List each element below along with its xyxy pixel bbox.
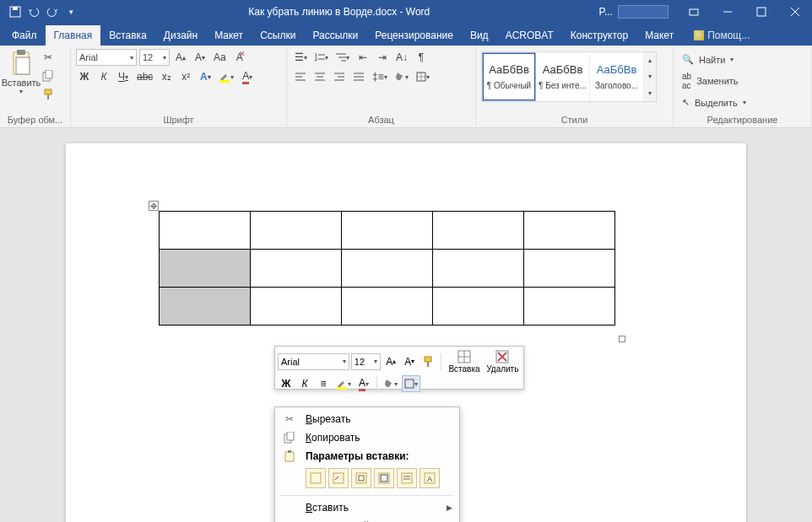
mini-shrink-font-icon[interactable]: A▾ xyxy=(401,353,418,370)
tab-insert[interactable]: Вставка xyxy=(100,25,155,46)
indent-left-icon[interactable]: ⇤ xyxy=(355,49,371,66)
change-case-icon[interactable]: Aa xyxy=(211,49,229,66)
mini-italic-button[interactable]: К xyxy=(296,375,313,392)
font-size-combo[interactable]: 12▾ xyxy=(139,49,170,66)
style-gallery[interactable]: АаБбВв¶ Обычный АаБбВв¶ Без инте... АаБб… xyxy=(481,51,657,102)
tab-home[interactable]: Главная xyxy=(46,25,101,46)
ribbon-options-icon[interactable] xyxy=(677,0,711,24)
redo-icon[interactable] xyxy=(44,3,61,20)
user-avatar-box xyxy=(618,5,669,19)
tab-layout[interactable]: Макет xyxy=(206,25,252,46)
paste-opt-2[interactable] xyxy=(328,468,349,488)
underline-button[interactable]: Ч▾ xyxy=(115,68,132,85)
minimize-icon[interactable] xyxy=(711,0,744,24)
style-heading1[interactable]: АаБбВвЗаголово... xyxy=(590,52,644,101)
ctx-delete-cells[interactable]: Удалить ячейки... xyxy=(275,517,459,522)
align-left-icon[interactable] xyxy=(292,68,309,85)
mini-highlight-icon[interactable]: ▾ xyxy=(333,375,354,392)
mini-font-combo[interactable]: Arial▾ xyxy=(278,353,349,370)
format-painter-icon[interactable] xyxy=(40,86,57,103)
tab-acrobat[interactable]: ACROBAT xyxy=(497,25,562,46)
title-bar: ▾ Как убрать линию в Ворде.docx - Word P… xyxy=(0,0,812,24)
user-chip[interactable]: P... xyxy=(599,5,669,19)
document-table[interactable] xyxy=(159,211,615,326)
save-icon[interactable] xyxy=(7,3,24,20)
paste-opt-6[interactable]: A xyxy=(420,468,440,488)
tab-review[interactable]: Рецензирование xyxy=(366,25,462,46)
copy-icon[interactable] xyxy=(40,67,57,84)
clear-format-icon[interactable]: A✕ xyxy=(231,49,248,66)
select-button[interactable]: ↖Выделить▾ xyxy=(679,95,806,110)
style-normal[interactable]: АаБбВв¶ Обычный xyxy=(482,52,536,101)
italic-button[interactable]: К xyxy=(95,68,112,85)
font-color-icon[interactable]: A▾ xyxy=(239,68,256,85)
table-resize-handle-icon[interactable] xyxy=(619,336,625,342)
cut-icon[interactable]: ✂ xyxy=(40,49,57,66)
tab-references[interactable]: Ссылки xyxy=(252,25,304,46)
line-spacing-icon[interactable]: ‡≡▾ xyxy=(370,68,390,85)
qat-more-icon[interactable]: ▾ xyxy=(62,3,79,20)
mini-insert-button[interactable]: Вставка xyxy=(446,349,482,374)
undo-icon[interactable] xyxy=(25,3,42,20)
replace-button[interactable]: abacЗаменить xyxy=(679,70,806,92)
strike-button[interactable]: abc xyxy=(134,68,155,85)
ribbon-tabs: Файл Главная Вставка Дизайн Макет Ссылки… xyxy=(0,24,812,46)
mini-shading-icon[interactable]: ▾ xyxy=(382,375,400,392)
paste-opt-1[interactable] xyxy=(306,468,326,488)
close-icon[interactable] xyxy=(778,0,812,24)
find-button[interactable]: 🔍Найти▾ xyxy=(679,52,806,67)
mini-size-combo[interactable]: 12▾ xyxy=(351,353,382,370)
maximize-icon[interactable] xyxy=(744,0,778,24)
lightbulb-icon xyxy=(694,30,704,40)
svg-rect-11 xyxy=(46,70,52,78)
paste-button[interactable]: Вставить ▾ xyxy=(5,49,37,95)
tab-view[interactable]: Вид xyxy=(462,25,497,46)
sort-icon[interactable]: A↓ xyxy=(393,49,410,66)
paste-opt-4[interactable] xyxy=(374,468,394,488)
font-size-value: 12 xyxy=(143,52,153,62)
tab-layout2[interactable]: Макет xyxy=(636,25,682,46)
highlight-icon[interactable]: ▾ xyxy=(216,68,236,85)
multilevel-icon[interactable]: ▾ xyxy=(333,49,352,66)
text-effects-icon[interactable]: A▾ xyxy=(197,68,214,85)
tab-mailings[interactable]: Рассылки xyxy=(304,25,366,46)
mini-delete-button[interactable]: Удалить xyxy=(484,349,521,374)
mini-font-color-icon[interactable]: A▾ xyxy=(355,375,372,392)
tell-me[interactable]: Помощ... xyxy=(685,25,758,46)
context-menu: ✂Вырезать Копировать Параметры вставки: … xyxy=(274,406,460,522)
mini-grow-font-icon[interactable]: A▴ xyxy=(382,353,399,370)
align-right-icon[interactable] xyxy=(331,68,348,85)
group-editing: 🔍Найти▾ abacЗаменить ↖Выделить▾ Редактир… xyxy=(674,46,812,126)
mini-bold-button[interactable]: Ж xyxy=(278,375,295,392)
ctx-cut[interactable]: ✂Вырезать xyxy=(275,410,459,428)
bold-button[interactable]: Ж xyxy=(76,68,93,85)
style-nospacing[interactable]: АаБбВв¶ Без инте... xyxy=(536,52,590,101)
tab-design[interactable]: Дизайн xyxy=(155,25,206,46)
ctx-insert[interactable]: Вставить▶ xyxy=(275,498,459,517)
indent-right-icon[interactable]: ⇥ xyxy=(374,49,391,66)
mini-borders-icon[interactable]: ▾ xyxy=(402,375,420,392)
paste-opt-3[interactable] xyxy=(351,468,371,488)
justify-icon[interactable] xyxy=(350,68,367,85)
window-title: Как убрать линию в Ворде.docx - Word xyxy=(79,6,599,18)
mini-align-icon[interactable]: ≡ xyxy=(315,375,332,392)
style-gallery-more-icon[interactable]: ▴▾▾ xyxy=(644,52,656,101)
shrink-font-icon[interactable]: A▾ xyxy=(192,49,208,66)
ctx-copy[interactable]: Копировать xyxy=(275,428,459,447)
bullets-icon[interactable]: ☰▾ xyxy=(292,49,310,66)
show-marks-icon[interactable]: ¶ xyxy=(413,49,430,66)
numbering-icon[interactable]: 12▾ xyxy=(312,49,331,66)
paste-opt-5[interactable] xyxy=(397,468,417,488)
shading-icon[interactable]: ▾ xyxy=(392,68,411,85)
subscript-button[interactable]: x₂ xyxy=(158,68,175,85)
font-name-combo[interactable]: Arial▾ xyxy=(76,49,137,66)
tab-file[interactable]: Файл xyxy=(3,25,46,46)
superscript-button[interactable]: x² xyxy=(177,68,194,85)
table-move-handle-icon[interactable]: ✥ xyxy=(149,201,159,211)
borders-icon[interactable]: ▾ xyxy=(414,68,432,85)
mini-format-painter-icon[interactable] xyxy=(420,353,436,370)
tab-constructor[interactable]: Конструктор xyxy=(562,25,636,46)
align-center-icon[interactable] xyxy=(311,68,328,85)
paste-icon xyxy=(9,49,33,78)
grow-font-icon[interactable]: A▴ xyxy=(172,49,189,66)
